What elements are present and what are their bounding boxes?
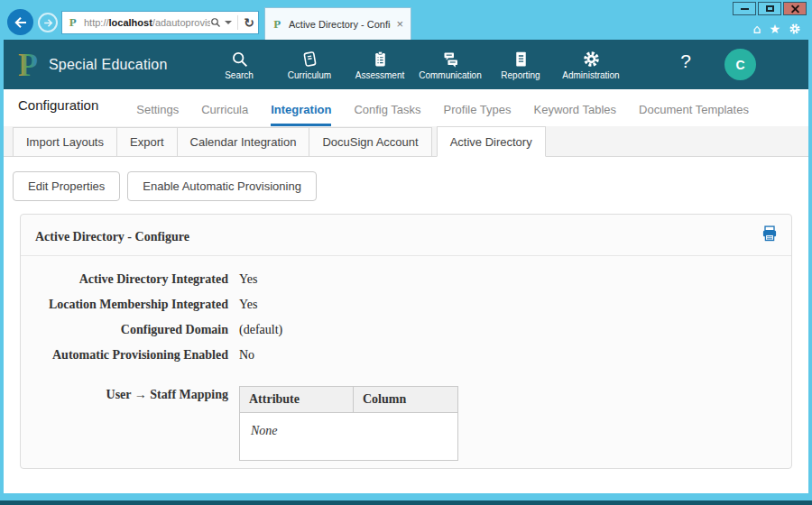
tab-profile-types[interactable]: Profile Types (444, 103, 512, 126)
close-button[interactable] (783, 2, 807, 15)
forward-button[interactable] (38, 13, 58, 32)
powerschool-favicon: P (68, 16, 79, 29)
home-icon[interactable]: ⌂ (753, 23, 761, 35)
main-nav: Search Curriculum Assessment Communicati… (204, 40, 626, 89)
minimize-button[interactable] (733, 2, 756, 15)
avatar[interactable]: C (724, 49, 756, 80)
nav-item-administration[interactable]: Administration (556, 40, 626, 89)
tab-config-tasks[interactable]: Config Tasks (354, 103, 420, 126)
subtab-active-directory[interactable]: Active Directory (437, 126, 546, 157)
subtab-calendar-integration[interactable]: Calendar Integration (177, 127, 310, 157)
tab-settings[interactable]: Settings (136, 103, 179, 126)
field-label: Active Directory Integrated (21, 272, 228, 287)
chat-bubbles-icon (441, 50, 460, 69)
svg-text:P: P (273, 18, 281, 31)
tab-favicon: P (272, 18, 283, 31)
back-button[interactable] (7, 9, 33, 35)
maximize-icon (766, 5, 774, 12)
gear-icon (582, 50, 601, 69)
printer-icon (761, 225, 779, 243)
enable-automatic-provisioning-button[interactable]: Enable Automatic Provisioning (127, 171, 317, 201)
nav-item-curriculum[interactable]: Curriculum (274, 40, 345, 89)
refresh-icon[interactable]: ↻ (244, 16, 254, 29)
edit-properties-button[interactable]: Edit Properties (13, 171, 120, 201)
panel-title: Active Directory - Configure (35, 230, 189, 243)
subtab-import-layouts[interactable]: Import Layouts (13, 127, 117, 157)
tools-gear-icon[interactable] (789, 23, 801, 35)
address-separator (237, 15, 238, 30)
help-button[interactable]: ? (680, 50, 691, 72)
search-address-icon[interactable] (210, 17, 221, 28)
integration-subtabs: Import Layouts Export Calendar Integrati… (4, 126, 808, 157)
app-logo: P (18, 49, 40, 81)
field-value: Yes (239, 272, 257, 287)
clipboard-icon (371, 50, 390, 69)
field-label: Location Membership Integrated (21, 298, 228, 312)
field-label: Configured Domain (21, 323, 228, 337)
address-bar[interactable]: P http://localhost/adautoprovision.asp ↻ (61, 11, 259, 34)
tab-keyword-tables[interactable]: Keyword Tables (534, 103, 617, 126)
mapping-column-column: Column (354, 387, 458, 413)
forward-arrow-icon (42, 17, 54, 29)
browser-window: P http://localhost/adautoprovision.asp ↻… (0, 0, 812, 505)
browser-nav-bar: P http://localhost/adautoprovision.asp ↻… (0, 7, 812, 40)
active-directory-panel: Active Directory - Configure Active Dire… (20, 214, 792, 469)
subtab-docusign-account[interactable]: DocuSign Account (309, 127, 431, 157)
report-document-icon (512, 50, 531, 69)
svg-text:P: P (69, 16, 77, 29)
close-icon (790, 4, 800, 14)
panel-header: Active Directory - Configure (21, 215, 791, 256)
tab-integration[interactable]: Integration (271, 103, 331, 126)
book-icon (300, 50, 319, 69)
app-header: P Special Education Search Curriculum As… (4, 40, 808, 89)
field-row: Configured Domain (default) (21, 323, 791, 337)
tab-close-icon[interactable]: × (396, 18, 403, 30)
field-row: Location Membership Integrated Yes (21, 298, 791, 312)
table-row: None (240, 413, 458, 461)
search-icon (230, 50, 249, 69)
back-arrow-icon (13, 14, 29, 31)
field-label: Automatic Provisioning Enabled (21, 348, 228, 363)
address-url: http://localhost/adautoprovision.asp (84, 17, 210, 28)
nav-item-search[interactable]: Search (204, 40, 274, 89)
tab-title: Active Directory - Configure (289, 19, 391, 30)
app-title: Special Education (49, 57, 168, 73)
browser-tab[interactable]: P Active Directory - Configure × (264, 7, 411, 40)
action-buttons: Edit Properties Enable Automatic Provisi… (13, 171, 808, 201)
nav-item-assessment[interactable]: Assessment (345, 40, 415, 89)
tab-document-templates[interactable]: Document Templates (639, 103, 749, 126)
mapping-column-attribute: Attribute (240, 387, 354, 413)
svg-text:P: P (18, 49, 38, 81)
field-row: Automatic Provisioning Enabled No (21, 348, 791, 363)
print-button[interactable] (761, 225, 779, 246)
page-title: Configuration (18, 97, 98, 113)
minimize-icon (741, 8, 749, 10)
maximize-button[interactable] (758, 2, 781, 15)
field-value: (default) (239, 323, 282, 337)
configuration-header: Configuration Settings Curricula Integra… (4, 89, 808, 126)
favorites-star-icon[interactable]: ★ (769, 23, 780, 35)
window-controls (733, 2, 807, 15)
nav-item-communication[interactable]: Communication (415, 40, 485, 89)
subtab-export[interactable]: Export (116, 127, 178, 157)
tab-curricula[interactable]: Curricula (201, 103, 248, 126)
field-value: Yes (239, 298, 257, 312)
mapping-empty-cell: None (240, 413, 458, 461)
address-dropdown-caret[interactable] (225, 21, 232, 24)
property-fields: Active Directory Integrated Yes Location… (21, 256, 791, 461)
user-staff-mapping: User → Staff Mapping Attribute Column No… (21, 386, 791, 461)
mapping-table: Attribute Column None (239, 386, 458, 461)
bottom-bar (0, 500, 812, 505)
main-tabs: Settings Curricula Integration Config Ta… (136, 103, 749, 126)
field-row: Active Directory Integrated Yes (21, 272, 791, 287)
field-value: No (239, 348, 254, 363)
nav-item-reporting[interactable]: Reporting (485, 40, 556, 89)
page-viewport: P Special Education Search Curriculum As… (4, 40, 808, 493)
browser-quick-icons: ⌂ ★ (753, 23, 801, 35)
mapping-label: User → Staff Mapping (21, 386, 228, 461)
